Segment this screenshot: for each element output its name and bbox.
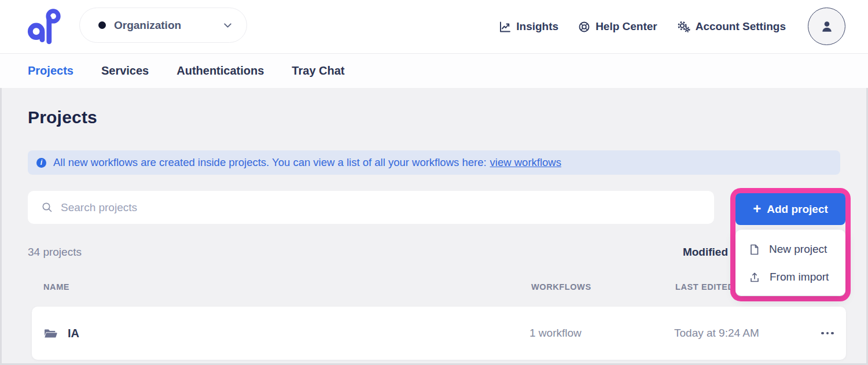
workflows-cell: 1 workflow [529,307,582,360]
from-import-label: From import [770,271,829,283]
ellipsis-icon [831,332,834,335]
project-name: IA [68,327,79,340]
gears-icon [677,20,690,33]
search-icon [42,202,53,213]
info-banner: i All new workflows are created inside p… [28,150,840,175]
add-project-label: Add project [767,203,828,216]
app-window: Organization Insights [0,0,868,365]
folder-open-icon [43,327,58,340]
banner-text: All new workflows are created inside pro… [53,156,487,169]
import-upload-icon [749,271,760,283]
primary-nav: Projects Services Authentications Tray C… [0,53,868,88]
tab-tray-chat[interactable]: Tray Chat [292,64,344,78]
view-workflows-link[interactable]: view workflows [490,156,561,169]
ellipsis-icon [821,332,824,335]
table-row[interactable]: IA 1 workflow Today at 9:24 AM [32,307,846,360]
account-settings-menu-item[interactable]: Account Settings [677,20,786,33]
last-edited-cell: Today at 9:24 AM [674,307,759,360]
plus-icon: + [753,202,761,216]
organization-selector[interactable]: Organization [79,8,247,43]
top-header: Organization Insights [0,0,868,53]
menu-item-new-project[interactable]: New project [735,235,845,263]
help-center-label: Help Center [595,20,657,33]
insights-label: Insights [516,20,558,33]
help-lifebuoy-icon [578,21,590,33]
help-center-menu-item[interactable]: Help Center [578,20,657,33]
organization-status-dot [98,21,106,29]
search-bar [28,191,714,224]
column-header-workflows[interactable]: WORKFLOWS [531,282,591,292]
organization-label: Organization [114,19,181,32]
project-name-cell: IA [43,307,79,360]
user-avatar[interactable] [808,8,845,45]
chevron-down-icon [223,20,233,30]
projects-count: 34 projects [28,246,82,259]
person-icon [819,19,835,35]
search-input[interactable] [61,201,582,214]
tab-authentications[interactable]: Authentications [176,64,264,78]
header-menu: Insights Help Center [499,0,786,53]
new-file-icon [749,244,760,256]
add-project-dropdown: New project From import [735,230,845,296]
info-icon: i [36,158,46,168]
account-settings-label: Account Settings [696,20,786,33]
insights-chart-icon [499,21,511,33]
new-project-label: New project [769,243,827,256]
ellipsis-icon [826,332,829,335]
menu-item-from-import[interactable]: From import [735,263,845,291]
tray-logo-icon [26,7,61,45]
sort-modified-dropdown[interactable]: Modified [683,246,728,259]
column-header-last-edited[interactable]: LAST EDITED [675,282,734,292]
insights-menu-item[interactable]: Insights [499,20,558,33]
tab-projects[interactable]: Projects [28,64,73,78]
highlight-annotation-box: + Add project New project [730,188,851,301]
page-title: Projects [28,108,97,127]
add-project-button[interactable]: + Add project [735,193,845,225]
tab-services[interactable]: Services [101,64,149,78]
column-header-name[interactable]: NAME [43,282,69,292]
row-actions-menu-button[interactable] [807,307,848,360]
